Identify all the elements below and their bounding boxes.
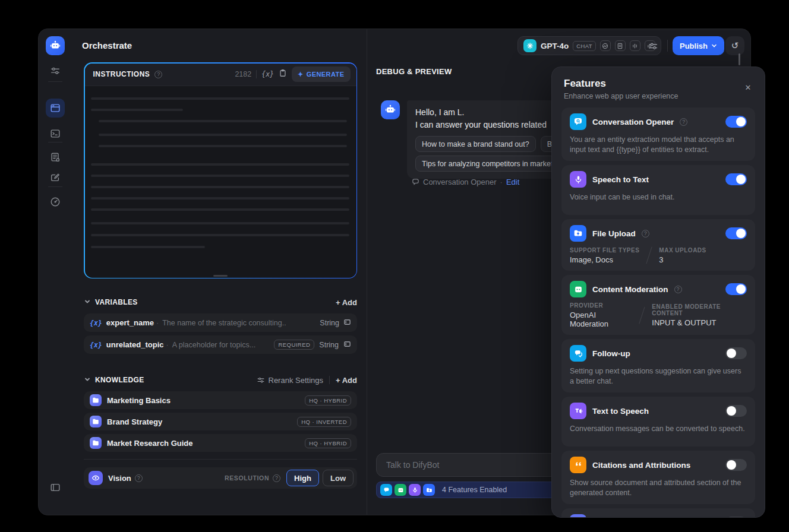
- knowledge-row[interactable]: Market Research Guide HQ · HYBRID: [84, 434, 357, 452]
- suggested-question-chip[interactable]: Tips for analyzing competitors in market: [415, 156, 559, 172]
- variable-row[interactable]: {x} expert_name The name of the strategi…: [84, 314, 357, 332]
- features-title: Features: [564, 78, 753, 90]
- help-icon[interactable]: [642, 230, 649, 238]
- feature-title: Speech to Text: [592, 175, 649, 184]
- vision-capability-icon: [600, 40, 611, 51]
- edit-note-icon: [50, 172, 61, 183]
- feature-toggle[interactable]: [725, 405, 747, 417]
- feature-title: Text to Speech: [592, 407, 649, 416]
- help-icon[interactable]: [154, 71, 162, 78]
- chevron-down-icon: [711, 43, 717, 49]
- resize-handle[interactable]: [213, 275, 228, 277]
- features-enabled-label: 4 Features Enabled: [442, 486, 507, 494]
- speech-to-text-icon: [570, 171, 586, 188]
- variable-name: unrelated_topic: [106, 340, 164, 349]
- model-name: GPT-4o: [541, 42, 569, 50]
- feature-title: Content Moderation: [592, 285, 668, 294]
- variable-row[interactable]: {x} unrelated_topic A placeholder for to…: [84, 335, 357, 354]
- feature-description: Show source document and attributed sect…: [570, 478, 747, 498]
- left-icon-bar: [39, 29, 72, 515]
- chevron-down-icon[interactable]: [84, 297, 91, 308]
- audio-capability-icon: [630, 40, 640, 51]
- add-knowledge-button[interactable]: + Add: [336, 376, 357, 385]
- app-avatar[interactable]: [46, 36, 65, 55]
- suggested-question-chip[interactable]: How to make a brand stand out?: [415, 136, 536, 152]
- edit-opener-link[interactable]: Edit: [506, 178, 519, 186]
- debug-preview-title: DEBUG & PREVIEW: [376, 67, 452, 76]
- text-field-icon: [343, 340, 351, 350]
- divider: [48, 142, 62, 142]
- divider: [48, 186, 62, 187]
- clipboard-icon: [279, 69, 287, 77]
- knowledge-row[interactable]: Marketing Basics HQ · HYBRID: [84, 391, 357, 409]
- knowledge-row[interactable]: Brand Strategy HQ · INVERTED: [84, 413, 357, 430]
- feature-toggle[interactable]: [725, 283, 747, 295]
- feature-card-speech-to-text: Speech to Text Voice input can be used i…: [561, 165, 755, 215]
- divider: [367, 29, 367, 515]
- feature-toggle[interactable]: [725, 347, 747, 359]
- help-icon[interactable]: [273, 474, 280, 482]
- meta-value: 3: [659, 255, 706, 264]
- sidebar-item-annotations[interactable]: [46, 168, 65, 187]
- knowledge-name: Market Research Guide: [107, 439, 193, 448]
- robot-icon: [384, 104, 396, 116]
- model-selector[interactable]: ✳ GPT-4o CHAT: [517, 36, 661, 55]
- feature-title: Citations and Attributions: [592, 461, 690, 470]
- feature-card-annotation-reply: Annotation Reply: [561, 508, 755, 518]
- feature-toggle[interactable]: [725, 173, 747, 185]
- gauge-icon: [50, 197, 61, 207]
- insert-variable-button[interactable]: {x}: [261, 70, 274, 78]
- divider: [646, 247, 652, 264]
- variable-description: The name of the strategic consulting...: [156, 319, 286, 327]
- generate-button[interactable]: ✦ GENERATE: [292, 66, 351, 82]
- sidebar-item-monitoring[interactable]: [46, 192, 65, 211]
- scrollbar-thumb[interactable]: [738, 53, 740, 65]
- text-to-speech-icon: [570, 403, 586, 419]
- rerank-settings-label: Rerank Settings: [269, 376, 324, 385]
- close-button[interactable]: ✕: [741, 80, 755, 94]
- add-variable-button[interactable]: + Add: [336, 298, 357, 307]
- resolution-label: RESOLUTION: [225, 474, 269, 482]
- divider: [48, 81, 62, 82]
- content-moderation-icon: [570, 281, 586, 297]
- sidebar-item-logs[interactable]: [46, 148, 65, 167]
- feature-toggle[interactable]: [725, 116, 747, 128]
- browser-window-icon: [50, 103, 61, 113]
- feature-card-file-upload: File Upload SUPPORT FILE TYPES Image, Do…: [561, 219, 755, 271]
- copy-button[interactable]: [279, 69, 287, 80]
- conversation-opener-mini-icon: [380, 484, 392, 496]
- publish-label: Publish: [680, 42, 708, 50]
- resolution-high-button[interactable]: High: [286, 470, 319, 486]
- feature-toggle[interactable]: [725, 517, 747, 518]
- collapse-sidebar-button[interactable]: [46, 478, 65, 497]
- instructions-header: INSTRUCTIONS 2182 {x} ✦ GENERATE: [85, 64, 356, 86]
- citations-icon: [570, 457, 586, 473]
- help-icon[interactable]: [135, 474, 143, 482]
- feature-toggle[interactable]: [725, 227, 747, 239]
- feature-card-content-moderation: Content Moderation PROVIDER OpenAI Moder…: [561, 275, 755, 335]
- knowledge-header: KNOWLEDGE Rerank Settings + Add: [84, 373, 357, 387]
- divider: [639, 307, 645, 324]
- meta-label: MAX UPLOADS: [659, 247, 706, 254]
- chevron-down-icon[interactable]: [84, 375, 91, 385]
- collapse-panel-icon: [50, 482, 61, 493]
- instructions-title: INSTRUCTIONS: [93, 70, 150, 78]
- help-icon[interactable]: [674, 286, 682, 293]
- sidebar-item-settings[interactable]: [46, 61, 65, 80]
- feature-title: Follow-up: [592, 349, 630, 358]
- sidebar-item-orchestrate[interactable]: [46, 99, 65, 118]
- resolution-low-button[interactable]: Low: [323, 470, 354, 486]
- sidebar-item-terminal[interactable]: [46, 124, 65, 143]
- feature-title: File Upload: [592, 229, 636, 238]
- text-field-icon: [343, 318, 351, 328]
- instructions-editor[interactable]: [85, 86, 356, 278]
- rerank-settings-button[interactable]: Rerank Settings: [257, 376, 324, 385]
- feature-toggle[interactable]: [725, 459, 747, 471]
- version-history-button[interactable]: ↺: [725, 36, 744, 55]
- publish-button[interactable]: Publish: [673, 36, 724, 55]
- screen: Orchestrate ✳ GPT-4o CHAT: [0, 0, 789, 532]
- model-parameters-button[interactable]: [645, 37, 661, 54]
- help-icon[interactable]: [680, 118, 687, 126]
- knowledge-name: Marketing Basics: [107, 396, 171, 405]
- sparkle-icon: ✦: [298, 71, 304, 78]
